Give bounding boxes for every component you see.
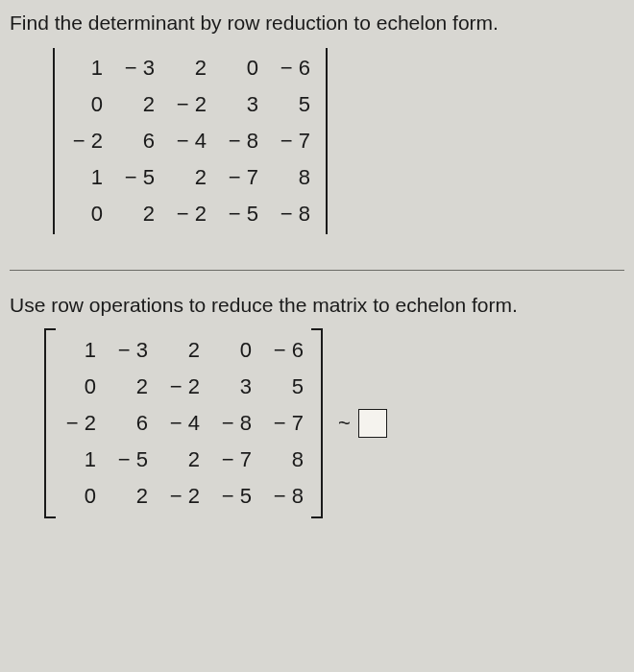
matrix-cell: 5 [268,86,320,123]
matrix-cell: − 3 [112,50,164,86]
matrix-cell: − 6 [268,50,320,86]
table-row: 1 − 3 2 0 − 6 [61,50,320,86]
matrix-cell: − 2 [54,405,106,442]
matrix-bracket-display: 1 − 3 2 0 − 6 0 2 − 2 3 5 − 2 6 − 4 [37,326,330,520]
matrix-cell: 3 [216,86,268,123]
table-row: 1 − 5 2 − 7 8 [61,159,320,196]
matrix-cell: 2 [112,86,164,123]
problem-page: Find the determinant by row reduction to… [0,0,634,532]
bracket-matrix: 1 − 3 2 0 − 6 0 2 − 2 3 5 − 2 6 − 4 [54,332,313,515]
matrix-cell: − 4 [158,405,209,442]
table-row: 1 − 3 2 0 − 6 [54,332,313,369]
row-reduction-equation: 1 − 3 2 0 − 6 0 2 − 2 3 5 − 2 6 − 4 [37,326,624,520]
matrix-cell: 1 [54,332,106,369]
matrix-cell: − 2 [61,123,112,159]
section-divider [10,270,624,271]
matrix-cell: − 2 [164,196,216,232]
matrix-cell: 0 [54,478,106,515]
table-row: 0 2 − 2 3 5 [54,369,313,405]
matrix-cell: − 8 [268,196,320,232]
matrix-cell: 2 [158,442,209,478]
matrix-cell: 6 [106,405,158,442]
table-row: 0 2 − 2 3 5 [61,86,320,123]
determinant-matrix: 1 − 3 2 0 − 6 0 2 − 2 3 5 − 2 6 − 4 − 8 … [61,50,320,232]
tilde-symbol: ~ [338,411,351,436]
matrix-cell: 1 [61,50,112,86]
matrix-cell: 2 [106,369,158,405]
matrix-cell: 0 [54,369,106,405]
matrix-cell: 3 [209,369,261,405]
matrix-cell: 8 [268,159,320,196]
matrix-cell: − 7 [261,405,313,442]
matrix-cell: 6 [112,123,164,159]
matrix-cell: − 5 [112,159,164,196]
matrix-cell: − 5 [216,196,268,232]
matrix-cell: 1 [54,442,106,478]
matrix-cell: 2 [106,478,158,515]
matrix-cell: − 8 [216,123,268,159]
matrix-cell: − 7 [268,123,320,159]
matrix-cell: − 2 [164,86,216,123]
matrix-cell: − 4 [164,123,216,159]
matrix-cell: − 5 [209,478,261,515]
matrix-cell: 5 [261,369,313,405]
prompt-determinant: Find the determinant by row reduction to… [10,12,624,35]
matrix-cell: 0 [61,86,112,123]
matrix-cell: − 5 [106,442,158,478]
matrix-cell: 0 [61,196,112,232]
matrix-cell: 0 [216,50,268,86]
table-row: 0 2 − 2 − 5 − 8 [61,196,320,232]
determinant-display: 1 − 3 2 0 − 6 0 2 − 2 3 5 − 2 6 − 4 − 8 … [43,44,337,238]
matrix-cell: − 2 [158,478,209,515]
matrix-cell: − 8 [261,478,313,515]
matrix-cell: − 2 [158,369,209,405]
table-row: 1 − 5 2 − 7 8 [54,442,313,478]
matrix-cell: − 8 [209,405,261,442]
matrix-cell: 2 [158,332,209,369]
table-row: − 2 6 − 4 − 8 − 7 [61,123,320,159]
matrix-cell: 1 [61,159,112,196]
answer-input[interactable] [358,409,387,438]
prompt-row-ops: Use row operations to reduce the matrix … [10,294,624,317]
table-row: − 2 6 − 4 − 8 − 7 [54,405,313,442]
matrix-cell: − 7 [216,159,268,196]
table-row: 0 2 − 2 − 5 − 8 [54,478,313,515]
matrix-cell: 0 [209,332,261,369]
matrix-cell: − 3 [106,332,158,369]
matrix-cell: − 6 [261,332,313,369]
matrix-cell: 8 [261,442,313,478]
matrix-cell: 2 [112,196,164,232]
matrix-cell: 2 [164,159,216,196]
matrix-cell: − 7 [209,442,261,478]
matrix-cell: 2 [164,50,216,86]
